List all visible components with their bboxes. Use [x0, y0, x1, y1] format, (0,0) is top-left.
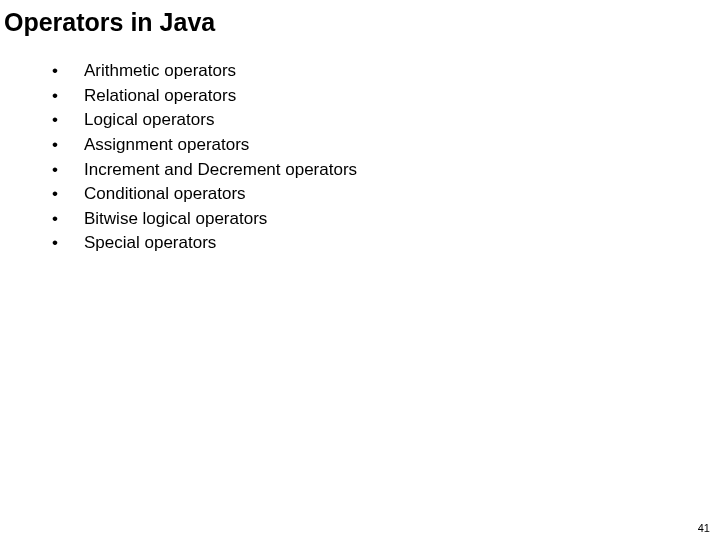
- bullet-text: Special operators: [84, 231, 720, 256]
- bullet-text: Bitwise logical operators: [84, 207, 720, 232]
- slide-title: Operators in Java: [0, 0, 720, 37]
- content-area: • Arithmetic operators • Relational oper…: [0, 37, 720, 256]
- bullet-text: Relational operators: [84, 84, 720, 109]
- list-item: • Special operators: [50, 231, 720, 256]
- list-item: • Relational operators: [50, 84, 720, 109]
- bullet-text: Arithmetic operators: [84, 59, 720, 84]
- bullet-icon: •: [50, 108, 84, 133]
- bullet-icon: •: [50, 182, 84, 207]
- bullet-text: Assignment operators: [84, 133, 720, 158]
- bullet-text: Increment and Decrement operators: [84, 158, 720, 183]
- bullet-icon: •: [50, 231, 84, 256]
- bullet-icon: •: [50, 158, 84, 183]
- bullet-icon: •: [50, 84, 84, 109]
- list-item: • Increment and Decrement operators: [50, 158, 720, 183]
- list-item: • Arithmetic operators: [50, 59, 720, 84]
- list-item: • Bitwise logical operators: [50, 207, 720, 232]
- page-number: 41: [698, 522, 710, 534]
- bullet-icon: •: [50, 59, 84, 84]
- list-item: • Conditional operators: [50, 182, 720, 207]
- bullet-icon: •: [50, 207, 84, 232]
- list-item: • Logical operators: [50, 108, 720, 133]
- bullet-list: • Arithmetic operators • Relational oper…: [50, 59, 720, 256]
- bullet-text: Conditional operators: [84, 182, 720, 207]
- bullet-text: Logical operators: [84, 108, 720, 133]
- bullet-icon: •: [50, 133, 84, 158]
- list-item: • Assignment operators: [50, 133, 720, 158]
